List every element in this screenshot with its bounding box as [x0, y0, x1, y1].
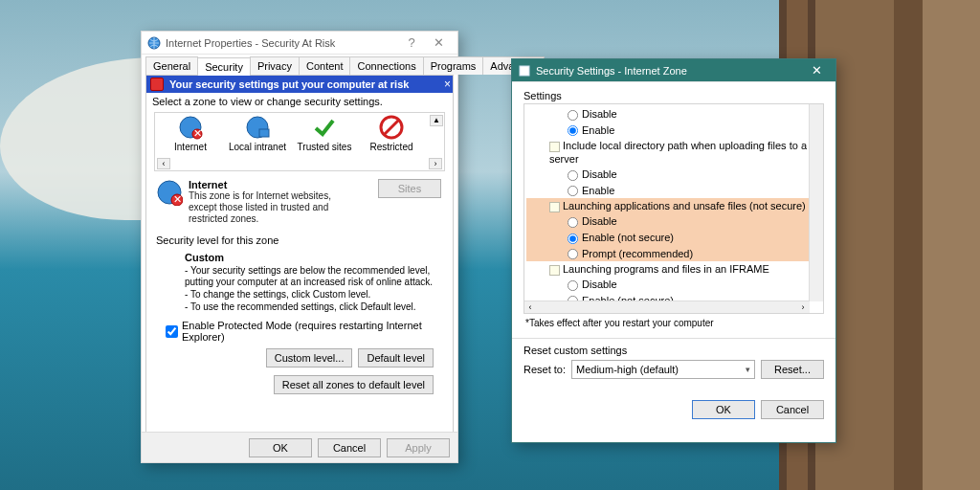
custom-level-text: Custom - Your security settings are belo… — [156, 252, 443, 313]
security-settings-dialog: Security Settings - Internet Zone ✕ Sett… — [511, 58, 836, 443]
tree-option[interactable]: Prompt (recommended) — [526, 246, 821, 262]
horizontal-scrollbar[interactable]: ‹› — [524, 301, 810, 313]
tree-option[interactable]: Enable — [526, 183, 821, 199]
window-title: Security Settings - Internet Zone — [536, 65, 803, 77]
zone-list: ▲ ✕InternetLocal intranetTrusted sitesRe… — [154, 112, 445, 171]
radio-input[interactable] — [568, 170, 578, 181]
radio-input[interactable] — [568, 186, 578, 196]
tab-content[interactable]: Content — [299, 56, 351, 75]
tree-group: Include local directory path when upload… — [526, 138, 821, 167]
tab-strip: GeneralSecurityPrivacyContentConnections… — [142, 55, 457, 75]
reset-custom-label: Reset custom settings — [523, 345, 824, 356]
settings-icon — [518, 64, 531, 78]
globe-icon — [147, 36, 161, 50]
radio-input[interactable] — [568, 125, 578, 136]
titlebar[interactable]: Internet Properties - Security At Risk ?… — [142, 32, 457, 55]
window-title: Internet Properties - Security At Risk — [166, 37, 398, 49]
close-button[interactable]: ✕ — [425, 33, 452, 53]
ok-button[interactable]: OK — [249, 438, 312, 457]
custom-line3: - To use the recommended settings, click… — [185, 301, 443, 313]
restart-note: *Takes effect after you restart your com… — [523, 314, 824, 332]
warning-close-icon[interactable]: × — [444, 78, 451, 91]
tree-option[interactable]: Disable — [526, 167, 821, 183]
warning-text: Your security settings put your computer… — [169, 78, 409, 90]
cancel-button[interactable]: Cancel — [761, 400, 824, 419]
tree-option[interactable]: Disable — [526, 213, 821, 230]
tree-option[interactable]: Enable — [526, 122, 821, 139]
zone-label: Local intranet — [224, 142, 291, 152]
reset-button[interactable]: Reset... — [761, 360, 824, 379]
tree-option[interactable]: Enable (not secure) — [526, 230, 821, 246]
apply-button[interactable]: Apply — [387, 438, 450, 457]
tab-general[interactable]: General — [145, 56, 198, 75]
radio-input[interactable] — [568, 234, 578, 244]
help-button[interactable]: ? — [398, 33, 425, 53]
svg-text:✕: ✕ — [193, 127, 202, 139]
zone-scroll-bar[interactable]: ‹› — [157, 158, 442, 169]
chevron-down-icon: ▾ — [746, 365, 750, 374]
radio-input[interactable] — [568, 280, 578, 291]
custom-line2: - To change the settings, click Custom l… — [185, 289, 443, 301]
custom-title: Custom — [185, 252, 443, 263]
radio-input[interactable] — [568, 217, 578, 228]
zone-label: Trusted sites — [291, 142, 358, 152]
default-level-button[interactable]: Default level — [358, 348, 434, 368]
file-icon — [549, 202, 560, 212]
radio-input[interactable] — [568, 110, 578, 121]
scroll-up-button[interactable]: ▲ — [430, 115, 443, 126]
file-icon — [549, 265, 560, 276]
custom-line1: - Your security settings are below the r… — [185, 265, 443, 288]
reset-all-zones-button[interactable]: Reset all zones to default level — [274, 375, 434, 394]
svg-line-7 — [385, 121, 398, 134]
dialog-footer: OK Cancel Apply — [142, 432, 457, 462]
security-warning-bar: Your security settings put your computer… — [146, 76, 453, 93]
zone-item-internet[interactable]: ✕Internet — [157, 115, 224, 152]
zone-name: Internet — [189, 179, 351, 190]
svg-text:✕: ✕ — [173, 193, 182, 205]
tab-security[interactable]: Security — [197, 57, 251, 76]
zone-item-restricted[interactable]: Restricted — [358, 115, 425, 152]
protected-mode-input[interactable] — [166, 325, 178, 338]
sites-button[interactable]: Sites — [378, 179, 441, 198]
close-button[interactable]: ✕ — [803, 61, 830, 80]
tree-group: Launching programs and files in an IFRAM… — [526, 261, 821, 277]
tab-privacy[interactable]: Privacy — [250, 56, 300, 75]
zone-label: Internet — [157, 142, 224, 152]
zone-label: Restricted — [358, 142, 425, 152]
titlebar[interactable]: Security Settings - Internet Zone ✕ — [512, 59, 835, 82]
security-level-label: Security level for this zone — [156, 234, 443, 246]
shield-icon — [150, 78, 164, 91]
tree-option[interactable]: Disable — [526, 277, 821, 293]
zone-item-trusted-sites[interactable]: Trusted sites — [291, 115, 358, 152]
svg-rect-11 — [520, 66, 529, 76]
zone-desc: This zone is for Internet websites, exce… — [189, 190, 351, 225]
file-icon — [549, 142, 560, 152]
tree-group: Launching applications and unsafe files … — [526, 198, 821, 213]
dialog-footer: OK Cancel — [512, 390, 835, 429]
reset-level-select[interactable]: Medium-high (default) ▾ — [571, 360, 755, 379]
radio-input[interactable] — [568, 249, 578, 259]
ok-button[interactable]: OK — [692, 400, 755, 419]
tab-body-security: Your security settings put your computer… — [145, 75, 454, 454]
settings-group-label: Settings — [523, 90, 824, 101]
settings-tree[interactable]: DisableEnableInclude local directory pat… — [524, 104, 823, 313]
zone-large-icon: ✕ — [156, 179, 183, 206]
vertical-scrollbar[interactable] — [809, 104, 823, 301]
internet-properties-dialog: Internet Properties - Security At Risk ?… — [141, 31, 458, 463]
tree-option[interactable]: Disable — [526, 106, 821, 122]
tab-connections[interactable]: Connections — [349, 56, 423, 75]
tab-programs[interactable]: Programs — [423, 56, 484, 75]
settings-tree-box: DisableEnableInclude local directory pat… — [523, 103, 824, 314]
svg-rect-5 — [259, 129, 269, 137]
protected-mode-checkbox[interactable]: Enable Protected Mode (requires restarti… — [156, 314, 443, 346]
select-zone-hint: Select a zone to view or change security… — [146, 93, 453, 110]
protected-mode-label: Enable Protected Mode (requires restarti… — [182, 320, 443, 343]
zone-item-local-intranet[interactable]: Local intranet — [224, 115, 291, 152]
reset-to-label: Reset to: — [523, 364, 566, 375]
custom-level-button[interactable]: Custom level... — [266, 348, 353, 368]
cancel-button[interactable]: Cancel — [318, 438, 381, 457]
reset-level-value: Medium-high (default) — [576, 364, 679, 375]
